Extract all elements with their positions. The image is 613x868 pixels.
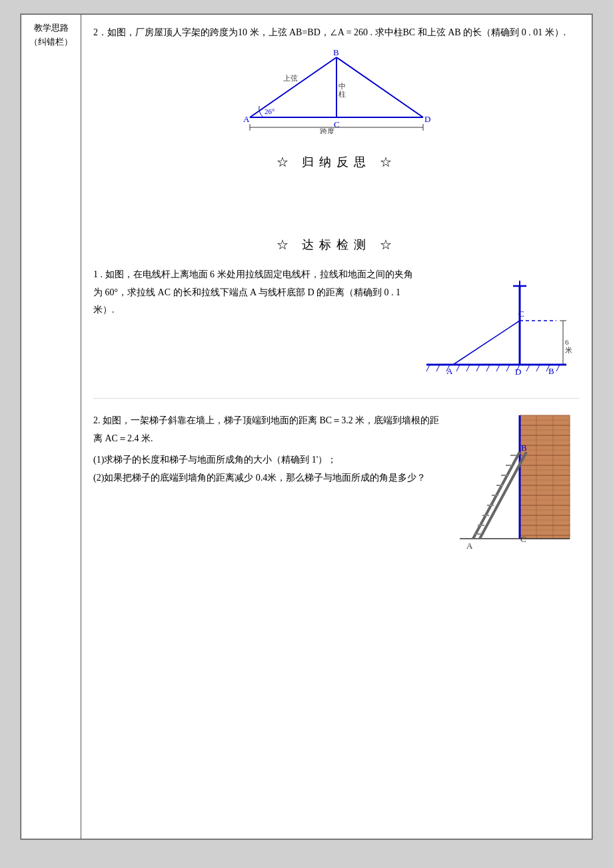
- summary-header: ☆ 归纳反思 ☆: [93, 154, 580, 170]
- svg-text:A: A: [446, 366, 453, 376]
- svg-line-32: [426, 365, 430, 371]
- svg-text:B: B: [333, 47, 339, 57]
- svg-text:米: 米: [565, 346, 572, 354]
- svg-line-35: [456, 365, 460, 371]
- problem1-container: 1 . 如图，在电线杆上离地面 6 米处用拉线固定电线杆，拉线和地面之间的夹角为…: [93, 266, 580, 399]
- svg-line-0: [250, 57, 336, 117]
- left-label: 教学思路 （纠错栏）: [29, 23, 73, 47]
- svg-line-43: [536, 365, 540, 371]
- right-column: 2．如图，厂房屋顶人字架的跨度为10 米，上弦 AB=BD，∠A = 260 .…: [81, 15, 592, 839]
- svg-line-20: [453, 321, 520, 365]
- svg-text:C: C: [334, 119, 340, 129]
- svg-text:B: B: [548, 366, 554, 376]
- problem2-diagram: B C A: [453, 412, 580, 555]
- svg-text:柱: 柱: [338, 90, 346, 98]
- top-triangle-svg: B A C D 26° 上弦 中 柱: [230, 47, 443, 134]
- svg-text:6: 6: [565, 338, 569, 346]
- svg-text:中: 中: [338, 82, 346, 90]
- svg-line-1: [336, 57, 423, 117]
- test-header: ☆ 达标检测 ☆: [93, 237, 580, 253]
- prob2-text3: (2)如果把梯子的底端到墙角的距离减少 0.4米，那么梯子与地面所成的角是多少？: [93, 469, 446, 487]
- spacer: [93, 190, 580, 230]
- svg-text:D: D: [424, 114, 430, 124]
- svg-line-42: [526, 365, 530, 371]
- svg-text:C: C: [520, 534, 526, 544]
- left-column: 教学思路 （纠错栏）: [21, 15, 81, 839]
- svg-text:上弦: 上弦: [283, 74, 298, 82]
- top-diagram: B A C D 26° 上弦 中 柱: [93, 47, 580, 134]
- problem2-svg: B C A: [453, 412, 573, 552]
- svg-line-37: [476, 365, 480, 371]
- svg-line-40: [506, 365, 510, 371]
- problem2-container: 2. 如图，一架梯子斜靠在墙上，梯子顶端到地面的距离 BC＝3.2 米，底端到墙…: [93, 412, 580, 555]
- svg-line-45: [556, 365, 560, 371]
- svg-text:A: A: [466, 541, 473, 551]
- prob2-text1: 2. 如图，一架梯子斜靠在墙上，梯子顶端到地面的距离 BC＝3.2 米，底端到墙…: [93, 412, 446, 447]
- svg-text:A: A: [243, 114, 250, 124]
- problem2-text: 2. 如图，一架梯子斜靠在墙上，梯子顶端到地面的距离 BC＝3.2 米，底端到墙…: [93, 412, 453, 487]
- top-problem-text: 2．如图，厂房屋顶人字架的跨度为10 米，上弦 AB=BD，∠A = 260 .…: [93, 24, 580, 41]
- problem1-text: 1 . 如图，在电线杆上离地面 6 米处用拉线固定电线杆，拉线和地面之间的夹角为…: [93, 266, 420, 319]
- svg-line-33: [436, 365, 440, 371]
- svg-line-38: [486, 365, 490, 371]
- page: 教学思路 （纠错栏） 2．如图，厂房屋顶人字架的跨度为10 米，上弦 AB=BD…: [20, 13, 593, 840]
- problem1-diagram: 6 米 C A D B: [420, 266, 580, 389]
- svg-line-36: [466, 365, 470, 371]
- svg-text:26°: 26°: [265, 107, 275, 115]
- top-problem-section: 2．如图，厂房屋顶人字架的跨度为10 米，上弦 AB=BD，∠A = 260 .…: [93, 24, 580, 134]
- svg-line-39: [496, 365, 500, 371]
- svg-text:跨度: 跨度: [320, 127, 334, 134]
- problem1-svg: 6 米 C A D B: [420, 266, 573, 386]
- main-table: 教学思路 （纠错栏） 2．如图，厂房屋顶人字架的跨度为10 米，上弦 AB=BD…: [21, 14, 592, 839]
- prob2-text2: (1)求梯子的长度和梯子与地面所成角的大小（精确到 1'）；: [93, 451, 446, 469]
- svg-text:C: C: [518, 309, 524, 319]
- svg-text:B: B: [521, 443, 527, 453]
